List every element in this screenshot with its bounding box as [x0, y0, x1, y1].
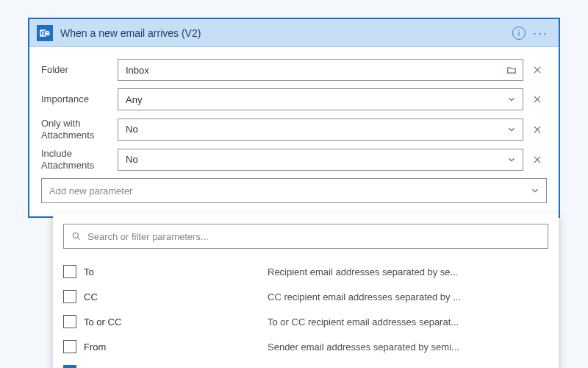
add-parameter-placeholder: Add new parameter — [49, 185, 132, 197]
include-attachments-label: Include Attachments — [41, 148, 118, 171]
chevron-down-icon — [501, 124, 523, 135]
parameter-list: ToRecipient email addresses separated by… — [63, 259, 548, 368]
parameter-option[interactable]: Subject FilterString to look for in the … — [63, 359, 548, 368]
parameter-name: From — [84, 342, 268, 353]
parameter-description: Recipient email addresses separated by s… — [268, 266, 548, 277]
only-attachments-label: Only with Attachments — [41, 118, 118, 141]
field-row-include-attachments: Include Attachments No — [41, 148, 547, 171]
parameter-checkbox[interactable] — [63, 365, 76, 368]
parameter-checkbox[interactable] — [63, 315, 76, 328]
card-header: When a new email arrives (V2) i ··· — [29, 19, 559, 47]
more-icon[interactable]: ··· — [533, 26, 551, 40]
field-row-importance: Importance Any — [41, 88, 547, 110]
parameter-search-input[interactable]: Search or filter parameters... — [63, 224, 548, 249]
svg-point-3 — [73, 233, 78, 238]
remove-include-attachments-button[interactable] — [528, 155, 547, 165]
importance-value: Any — [118, 94, 501, 105]
chevron-down-icon — [501, 94, 523, 105]
parameter-name: To or CC — [84, 316, 268, 328]
folder-picker[interactable]: Inbox — [118, 59, 523, 81]
include-attachments-select[interactable]: No — [118, 149, 523, 171]
add-parameter-dropdown[interactable]: Add new parameter — [41, 178, 547, 203]
outlook-icon — [37, 25, 53, 41]
card-title: When a new email arrives (V2) — [60, 27, 512, 39]
parameter-option[interactable]: To or CCTo or CC recipient email address… — [63, 309, 548, 334]
remove-only-attachments-button[interactable] — [528, 124, 547, 135]
info-icon[interactable]: i — [512, 26, 526, 40]
folder-value: Inbox — [118, 65, 501, 76]
folder-label: Folder — [41, 64, 118, 76]
importance-select[interactable]: Any — [118, 88, 523, 110]
parameter-checkbox[interactable] — [63, 290, 76, 303]
only-attachments-value: No — [118, 124, 501, 135]
card-body: Folder Inbox Impo — [29, 47, 559, 216]
include-attachments-value: No — [118, 154, 501, 165]
parameter-description: CC recipient email addresses separated b… — [268, 291, 548, 302]
only-attachments-select[interactable]: No — [118, 118, 523, 141]
folder-icon[interactable] — [501, 65, 523, 75]
parameter-description: Sender email addresses separated by semi… — [268, 342, 548, 353]
remove-importance-button[interactable] — [528, 94, 547, 105]
field-row-only-attachments: Only with Attachments No — [41, 118, 547, 141]
chevron-down-icon — [530, 185, 540, 196]
parameter-description: To or CC recipient email addresses separ… — [268, 316, 548, 328]
remove-folder-button[interactable] — [528, 65, 547, 75]
trigger-card: When a new email arrives (V2) i ··· Fold… — [28, 18, 560, 218]
parameter-name: CC — [84, 291, 268, 302]
importance-label: Importance — [41, 93, 118, 105]
parameter-option[interactable]: ToRecipient email addresses separated by… — [63, 259, 548, 284]
parameter-name: To — [84, 266, 268, 277]
parameter-checkbox[interactable] — [63, 340, 76, 353]
parameter-option[interactable]: CCCC recipient email addresses separated… — [63, 284, 548, 309]
chevron-down-icon — [501, 155, 523, 165]
parameter-dropdown-panel: Search or filter parameters... ToRecipie… — [53, 213, 559, 368]
field-row-folder: Folder Inbox — [41, 59, 547, 81]
parameter-checkbox[interactable] — [63, 265, 76, 278]
search-placeholder: Search or filter parameters... — [87, 231, 209, 242]
parameter-option[interactable]: FromSender email addresses separated by … — [63, 334, 548, 359]
